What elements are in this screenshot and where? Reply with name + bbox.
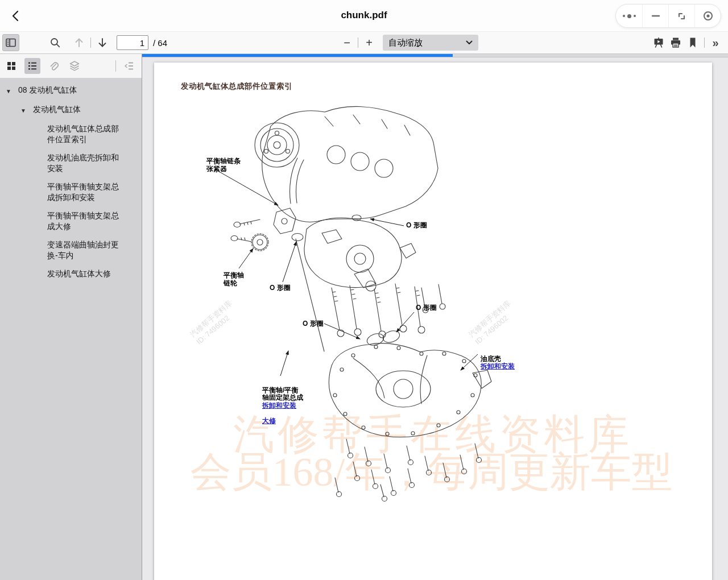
outline-item[interactable]: 发动机气缸体总成部 件位置索引 bbox=[0, 123, 142, 145]
pdf-toolbar: / 64 − + 自动缩放 bbox=[0, 32, 728, 54]
outline-item[interactable]: 平衡轴平衡轴支架总 成大修 bbox=[0, 210, 142, 232]
outline-item[interactable]: 发动机气缸体大修 bbox=[0, 268, 142, 279]
label-balance-assembly: 平衡轴/平衡 轴固定架总成 bbox=[262, 386, 303, 402]
page-up-icon bbox=[73, 36, 85, 49]
current-outline-item-icon bbox=[124, 61, 134, 71]
app-window: chunk.pdf bbox=[0, 0, 728, 580]
zoom-out-button[interactable]: − bbox=[339, 35, 355, 51]
print-button[interactable] bbox=[667, 34, 684, 51]
outline-item[interactable]: ▼ 08 发动机气缸体 bbox=[0, 85, 142, 97]
engine-exploded-diagram bbox=[154, 63, 712, 580]
toolbar-divider bbox=[90, 38, 91, 48]
toolbar-divider bbox=[704, 38, 705, 48]
bookmark-button[interactable] bbox=[684, 34, 701, 51]
outline-item-label: 发动机气缸体大修 bbox=[47, 268, 111, 279]
leader-lines bbox=[217, 171, 478, 376]
label-oil-pan-group: 油底壳 拆卸和安装 bbox=[481, 347, 515, 378]
expand-triangle-icon[interactable]: ▼ bbox=[6, 85, 18, 97]
chevron-down-icon bbox=[466, 40, 473, 45]
zoom-select[interactable]: 自动缩放 bbox=[383, 35, 478, 51]
attachments-view-button[interactable] bbox=[46, 58, 61, 74]
toolbar-divider bbox=[358, 38, 358, 48]
outline-item-label: 变速器端曲轴油封更 换-车内 bbox=[47, 239, 119, 261]
window-menu-icon bbox=[623, 14, 636, 18]
sidebar: ▼ 08 发动机气缸体 ▼ 发动机气缸体 发动机气缸体总成部 件位置索引 发动机… bbox=[0, 54, 142, 580]
print-icon bbox=[670, 37, 681, 48]
window-menu-button[interactable] bbox=[616, 4, 642, 28]
zoom-in-button[interactable]: + bbox=[361, 35, 377, 51]
more-tools-button[interactable]: » bbox=[708, 35, 723, 51]
outline-item[interactable]: ▼ 发动机气缸体 bbox=[0, 104, 142, 116]
loading-bar-progress bbox=[142, 54, 453, 57]
outline-item-label: 平衡轴平衡轴支架总 成拆卸和安装 bbox=[47, 181, 119, 203]
oil-pan-removal-link[interactable]: 拆卸和安装 bbox=[481, 363, 515, 371]
label-o-ring: O 形圈 bbox=[416, 304, 437, 312]
sidebar-toolbar-divider bbox=[115, 60, 116, 72]
outline-item[interactable]: 平衡轴平衡轴支架总 成拆卸和安装 bbox=[0, 181, 142, 203]
outline-item[interactable]: 变速器端曲轴油封更 换-车内 bbox=[0, 239, 142, 261]
expand-triangle-icon[interactable]: ▼ bbox=[20, 104, 33, 116]
label-o-ring: O 形圈 bbox=[270, 284, 291, 292]
pdf-page: 发动机气缸体总成部件位置索引 汽修帮手资料库 ID: 7496002 汽修帮手资… bbox=[154, 63, 712, 580]
current-outline-item-button[interactable] bbox=[121, 58, 137, 74]
attachments-icon bbox=[48, 60, 59, 72]
pdf-viewer[interactable]: 发动机气缸体总成部件位置索引 汽修帮手资料库 ID: 7496002 汽修帮手资… bbox=[142, 57, 728, 580]
bookmark-icon bbox=[688, 37, 698, 48]
maximize-icon bbox=[677, 11, 686, 21]
minimize-icon bbox=[651, 11, 660, 20]
label-o-ring: O 形圈 bbox=[406, 222, 427, 230]
search-button[interactable] bbox=[47, 34, 64, 51]
outline-item[interactable]: 发动机油底壳拆卸和 安装 bbox=[0, 152, 142, 174]
outline-view-button[interactable] bbox=[24, 58, 40, 74]
watermark-line2: 会员168/年，每周更新车型 bbox=[157, 445, 706, 499]
search-icon bbox=[49, 37, 61, 48]
presentation-mode-button[interactable] bbox=[650, 34, 667, 51]
label-o-ring: O 形圈 bbox=[303, 320, 324, 328]
page-count-label: / 64 bbox=[153, 38, 167, 48]
outline-item-label: 发动机气缸体 bbox=[33, 104, 81, 116]
outline-icon bbox=[27, 61, 38, 71]
outline-item-label: 发动机气缸体总成部 件位置索引 bbox=[47, 123, 119, 145]
outline-item-label: 08 发动机气缸体 bbox=[18, 85, 77, 97]
page-number-input[interactable] bbox=[117, 35, 148, 50]
label-oil-pan: 油底壳 bbox=[481, 355, 501, 363]
label-balance-chain-tensioner: 平衡轴链条 张紧器 bbox=[206, 158, 241, 173]
layers-view-button[interactable] bbox=[67, 58, 82, 74]
outline-item-label: 发动机油底壳拆卸和 安装 bbox=[47, 152, 119, 174]
thumbnails-icon bbox=[6, 61, 16, 71]
window-controls bbox=[615, 4, 721, 28]
minimize-button[interactable] bbox=[642, 4, 668, 28]
outline-item-label: 平衡轴平衡轴支架总 成大修 bbox=[47, 210, 119, 232]
outline-tree: ▼ 08 发动机气缸体 ▼ 发动机气缸体 发动机气缸体总成部 件位置索引 发动机… bbox=[0, 78, 142, 279]
label-balance-shaft-sprocket: 平衡轴 链轮 bbox=[224, 272, 244, 287]
maximize-button[interactable] bbox=[668, 4, 694, 28]
thumbnails-view-button[interactable] bbox=[3, 58, 19, 74]
sidebar-toggle-icon bbox=[5, 37, 16, 48]
close-button[interactable] bbox=[694, 4, 721, 28]
sidebar-toggle-button[interactable] bbox=[2, 34, 19, 51]
page-down-icon bbox=[97, 36, 108, 49]
toolbar-right-group: » bbox=[650, 34, 723, 51]
page-down-button[interactable] bbox=[94, 34, 111, 51]
window-titlebar: chunk.pdf bbox=[0, 0, 728, 32]
sidebar-toolbar bbox=[0, 54, 142, 78]
close-icon bbox=[702, 10, 714, 22]
presentation-mode-icon bbox=[653, 37, 664, 48]
page-up-button[interactable] bbox=[71, 34, 88, 51]
zoom-select-value: 自动缩放 bbox=[388, 38, 466, 48]
layers-icon bbox=[69, 60, 80, 72]
